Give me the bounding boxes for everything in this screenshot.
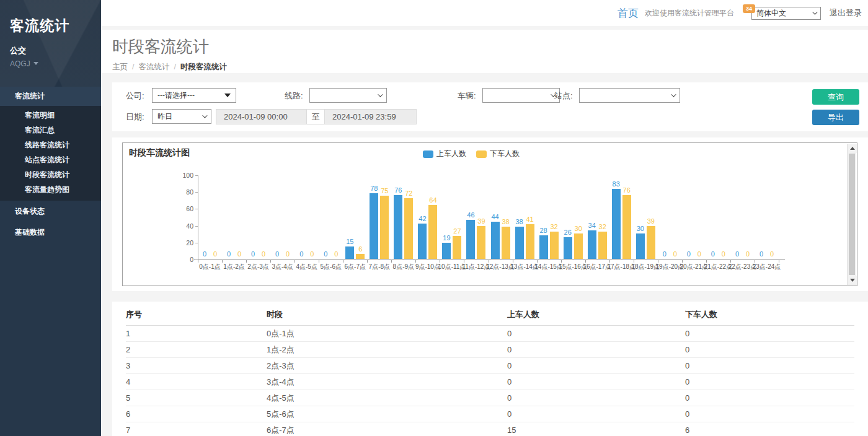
y-tick-mark xyxy=(195,226,198,227)
chart-legend: 上车人数下车人数 xyxy=(123,149,820,159)
table-cell: 5 xyxy=(126,390,267,406)
bar-value-label: 64 xyxy=(422,196,443,204)
sidebar-subitem[interactable]: 站点客流统计 xyxy=(0,152,101,167)
table-column-header: 时段 xyxy=(267,302,507,326)
notification-badge[interactable]: 34 xyxy=(743,4,755,13)
bar-alighting[interactable] xyxy=(477,226,485,259)
bar-alighting[interactable] xyxy=(356,254,365,259)
bar-boarding[interactable] xyxy=(636,233,645,259)
scroll-down-icon[interactable] xyxy=(848,276,857,285)
sidebar-subitem[interactable]: 客流汇总 xyxy=(0,123,101,137)
bar-value-label: 15 xyxy=(339,238,360,245)
bar-value-label: 0 xyxy=(761,250,782,258)
station-select[interactable] xyxy=(579,88,680,103)
bar-alighting[interactable] xyxy=(453,236,461,259)
date-preset-select[interactable]: 昨日 xyxy=(152,109,211,124)
date-end-input[interactable]: 2024-01-09 23:59 xyxy=(324,109,417,124)
bar-alighting[interactable] xyxy=(428,205,437,259)
bar-alighting[interactable] xyxy=(550,232,559,259)
table-cell: 0 xyxy=(685,406,854,422)
y-tick-label: 0 xyxy=(190,256,193,263)
table-cell: 2点-3点 xyxy=(267,358,507,374)
table-cell: 6点-7点 xyxy=(267,422,507,436)
sidebar-subitem[interactable]: 时段客流统计 xyxy=(0,167,101,182)
table-row[interactable]: 43点-4点00 xyxy=(126,374,854,390)
table-cell: 15 xyxy=(507,422,685,436)
bar-alighting[interactable] xyxy=(574,233,583,259)
station-label: 站点: xyxy=(554,89,573,103)
table-row[interactable]: 32点-3点00 xyxy=(126,358,854,374)
bar-value-label: 0 xyxy=(326,250,347,258)
table-row[interactable]: 76点-7点156 xyxy=(126,422,854,436)
app-title: 客流统计 xyxy=(10,16,91,35)
table-cell: 3 xyxy=(126,358,267,374)
breadcrumb-item[interactable]: 客流统计 xyxy=(138,63,169,71)
chevron-down-icon xyxy=(202,113,207,118)
y-tick-mark xyxy=(195,209,198,209)
sidebar-subitem[interactable]: 线路客流统计 xyxy=(0,137,101,152)
bar-boarding[interactable] xyxy=(418,224,427,259)
query-button[interactable]: 查询 xyxy=(812,89,859,105)
org-label: 公交 xyxy=(10,45,91,56)
line-select[interactable] xyxy=(309,88,387,103)
bar-alighting[interactable] xyxy=(380,196,389,259)
vehicle-select[interactable] xyxy=(482,88,560,103)
table-cell: 2 xyxy=(126,342,267,358)
y-axis xyxy=(198,175,198,260)
home-link[interactable]: 首页 xyxy=(618,6,639,20)
bar-boarding[interactable] xyxy=(466,220,475,259)
language-value: 简体中文 xyxy=(756,8,786,19)
table-cell: 0 xyxy=(685,374,854,390)
brand-area: 客流统计 公交 AQGJ xyxy=(0,0,101,68)
user-dropdown[interactable]: AQGJ xyxy=(10,59,91,68)
chevron-down-icon xyxy=(671,92,676,97)
date-start-input[interactable]: 2024-01-09 00:00 xyxy=(216,109,307,124)
table-row[interactable]: 21点-2点00 xyxy=(126,342,854,358)
sidebar-item-base-data[interactable]: 基础数据 xyxy=(0,222,101,243)
table-cell: 0 xyxy=(685,326,854,342)
bar-boarding[interactable] xyxy=(588,230,596,259)
table-cell: 0 xyxy=(685,390,854,406)
company-label: 公司: xyxy=(126,89,144,103)
table-cell: 0 xyxy=(507,358,685,374)
breadcrumb: 主页/客流统计/时段客流统计 xyxy=(112,62,868,72)
line-label: 线路: xyxy=(285,89,303,103)
language-select[interactable]: 简体中文 xyxy=(751,7,821,20)
bar-boarding[interactable] xyxy=(442,243,451,259)
breadcrumb-item[interactable]: 主页 xyxy=(112,63,128,71)
scroll-up-icon[interactable] xyxy=(848,144,857,153)
sidebar-subitem[interactable]: 客流量趋势图 xyxy=(0,182,101,197)
bar-boarding[interactable] xyxy=(515,227,524,259)
table-row[interactable]: 65点-6点00 xyxy=(126,406,854,422)
export-button[interactable]: 导出 xyxy=(812,110,859,125)
legend-entry[interactable]: 下车人数 xyxy=(476,149,520,159)
bar-alighting[interactable] xyxy=(404,198,413,259)
bar-alighting[interactable] xyxy=(502,227,510,259)
breadcrumb-item: 时段客流统计 xyxy=(180,63,227,71)
table-cell: 0 xyxy=(507,342,685,358)
table-row[interactable]: 54点-5点00 xyxy=(126,390,854,406)
bar-boarding[interactable] xyxy=(539,235,548,259)
bar-boarding[interactable] xyxy=(491,222,500,259)
table-row[interactable]: 10点-1点00 xyxy=(126,326,854,342)
bar-boarding[interactable] xyxy=(612,189,621,259)
sidebar-subitem[interactable]: 客流明细 xyxy=(0,108,101,123)
bar-boarding[interactable] xyxy=(370,193,378,259)
legend-label: 上车人数 xyxy=(436,149,466,159)
company-select[interactable]: ---请选择--- xyxy=(152,88,236,103)
bar-value-label: 76 xyxy=(616,186,637,194)
chart-scrollbar[interactable] xyxy=(847,144,856,285)
bar-alighting[interactable] xyxy=(598,232,607,259)
sidebar-item-device-status[interactable]: 设备状态 xyxy=(0,201,101,222)
chevron-down-icon xyxy=(378,92,383,97)
caret-down-icon xyxy=(33,62,38,65)
bar-boarding[interactable] xyxy=(394,195,402,259)
passenger-stats-submenu: 客流明细客流汇总线路客流统计站点客流统计时段客流统计客流量趋势图 xyxy=(0,106,101,201)
bar-value-label: 41 xyxy=(520,216,541,223)
bar-boarding[interactable] xyxy=(564,237,572,259)
logout-link[interactable]: 退出登录 xyxy=(830,7,862,19)
sidebar-item-passenger-stats[interactable]: 客流统计 xyxy=(0,87,101,106)
table-cell: 0点-1点 xyxy=(267,326,507,342)
scrollbar-thumb[interactable] xyxy=(849,154,855,275)
legend-entry[interactable]: 上车人数 xyxy=(423,149,466,159)
